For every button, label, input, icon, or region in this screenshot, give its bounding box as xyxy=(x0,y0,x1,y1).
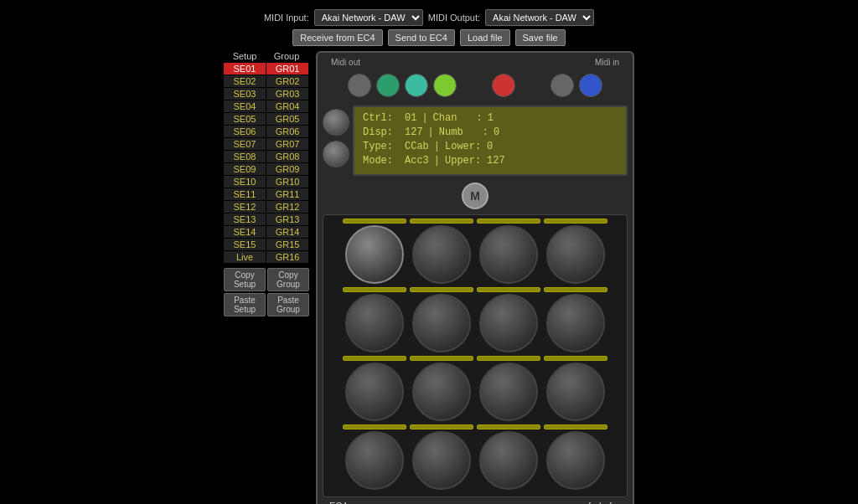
header-setup: Setup xyxy=(224,51,266,61)
paste-setup-btn[interactable]: Paste Setup xyxy=(224,293,266,316)
pad-knob[interactable] xyxy=(345,363,404,421)
group-cell: GR07 xyxy=(266,138,308,150)
pad-knob[interactable] xyxy=(345,225,404,284)
pad-knob[interactable] xyxy=(546,363,605,421)
list-actions: Copy Setup Copy Group Paste Setup Paste … xyxy=(224,268,309,316)
setup-cell: SE10 xyxy=(224,176,266,188)
gray-btn[interactable] xyxy=(348,74,371,97)
pad-knob[interactable] xyxy=(412,363,471,421)
pad-knob[interactable] xyxy=(479,294,538,352)
list-row[interactable]: SE12GR12 xyxy=(224,201,309,213)
display-area: Ctrl: 01 | Chan : 1 Disp: 127 | Numb xyxy=(323,105,628,176)
pad-knob[interactable] xyxy=(412,431,471,490)
setup-cell: SE05 xyxy=(224,113,266,125)
disp-value: 127 xyxy=(405,126,423,138)
setup-cell: SE04 xyxy=(224,100,266,112)
main-area: Setup Group SE01GR01SE02GR02SE03GR03SE04… xyxy=(224,51,634,505)
list-row[interactable]: SE06GR06 xyxy=(224,126,309,137)
pad-cell xyxy=(343,287,406,352)
setup-cell: SE15 xyxy=(224,239,266,250)
setup-cell: SE02 xyxy=(224,75,266,87)
gray-btn2[interactable] xyxy=(550,74,574,97)
copy-group-btn[interactable]: Copy Group xyxy=(267,268,309,291)
list-row[interactable]: SE08GR08 xyxy=(224,151,309,162)
setup-cell: SE07 xyxy=(224,138,266,150)
footer-brand: faderfox xyxy=(587,501,621,505)
pad-indicator xyxy=(410,219,473,224)
group-cell: GR14 xyxy=(266,226,308,238)
chan-label: Chan xyxy=(433,112,472,124)
pad-indicator xyxy=(544,219,607,224)
disp-label: Disp: xyxy=(363,126,401,138)
pad-knob[interactable] xyxy=(479,431,538,490)
midi-input-select[interactable]: Akai Network - DAW xyxy=(314,9,423,26)
pad-knob[interactable] xyxy=(412,294,471,352)
list-row[interactable]: SE14GR14 xyxy=(224,226,309,238)
green-btn[interactable] xyxy=(376,74,400,97)
pad-cell xyxy=(477,424,540,490)
list-row[interactable]: SE13GR13 xyxy=(224,213,309,225)
midi-output-select[interactable]: Akai Network - DAW xyxy=(485,9,594,26)
list-row[interactable]: SE05GR05 xyxy=(224,113,309,125)
pad-indicator xyxy=(477,424,540,429)
blue-btn[interactable] xyxy=(579,74,602,97)
group-cell: GR16 xyxy=(266,251,308,263)
pad-knob[interactable] xyxy=(345,431,404,490)
small-knob-bottom[interactable] xyxy=(323,141,349,167)
group-cell: GR09 xyxy=(266,163,308,175)
device-footer: EC4 faderfox xyxy=(323,497,628,505)
pad-cell xyxy=(477,356,540,421)
list-row[interactable]: SE03GR03 xyxy=(224,88,309,100)
midi-in-label: Midi in xyxy=(595,58,619,67)
receive-btn[interactable]: Receive from EC4 xyxy=(292,29,382,46)
load-btn[interactable]: Load file xyxy=(460,29,510,46)
pad-knob[interactable] xyxy=(546,431,605,490)
pad-indicator xyxy=(343,424,406,429)
pad-row xyxy=(327,356,623,421)
pad-knob[interactable] xyxy=(546,225,605,284)
lime-btn[interactable] xyxy=(433,74,457,97)
red-btn[interactable] xyxy=(492,74,515,97)
pad-knob[interactable] xyxy=(479,225,538,284)
midi-labels: Midi out Midi in xyxy=(323,58,628,67)
logo-row: M xyxy=(323,183,628,209)
numb-label: Numb xyxy=(439,126,478,138)
mode-value: Acc3 xyxy=(405,155,429,167)
pad-indicator xyxy=(477,356,540,361)
list-row[interactable]: LiveGR16 xyxy=(224,251,309,263)
small-knob-top[interactable] xyxy=(323,109,349,136)
pad-knob[interactable] xyxy=(412,225,471,284)
chan-value: 1 xyxy=(488,112,494,124)
list-row[interactable]: SE07GR07 xyxy=(224,138,309,150)
list-row[interactable]: SE15GR15 xyxy=(224,239,309,250)
copy-row: Copy Setup Copy Group xyxy=(224,268,309,291)
pad-indicator xyxy=(343,219,406,224)
list-row[interactable]: SE10GR10 xyxy=(224,176,309,188)
pad-knob[interactable] xyxy=(345,294,404,352)
midi-output-label: MIDI Output: xyxy=(428,13,480,23)
pad-knob[interactable] xyxy=(546,294,605,352)
setup-cell: SE09 xyxy=(224,163,266,175)
ctrl-value: 01 xyxy=(405,112,416,124)
pad-indicator xyxy=(544,356,607,361)
pad-cell xyxy=(343,424,406,490)
list-row[interactable]: SE11GR11 xyxy=(224,188,309,200)
teal-btn[interactable] xyxy=(405,74,428,97)
copy-setup-btn[interactable]: Copy Setup xyxy=(224,268,266,291)
send-btn[interactable]: Send to EC4 xyxy=(388,29,455,46)
list-row[interactable]: SE02GR02 xyxy=(224,75,309,87)
lcd-row-4: Mode: Acc3 | Upper: 127 xyxy=(363,155,618,167)
list-row[interactable]: SE01GR01 xyxy=(224,63,309,75)
pad-indicator xyxy=(544,424,607,429)
pad-knob[interactable] xyxy=(479,363,538,421)
paste-group-btn[interactable]: Paste Group xyxy=(267,293,309,316)
pad-cell xyxy=(410,287,473,352)
lcd-row-2: Disp: 127 | Numb : 0 xyxy=(363,126,618,138)
group-cell: GR10 xyxy=(266,176,308,188)
setup-list: SE01GR01SE02GR02SE03GR03SE04GR04SE05GR05… xyxy=(224,63,309,263)
list-row[interactable]: SE04GR04 xyxy=(224,100,309,112)
pad-row xyxy=(327,287,623,352)
list-row[interactable]: SE09GR09 xyxy=(224,163,309,175)
lcd-screen: Ctrl: 01 | Chan : 1 Disp: 127 | Numb xyxy=(353,105,628,176)
save-btn[interactable]: Save file xyxy=(515,29,566,46)
